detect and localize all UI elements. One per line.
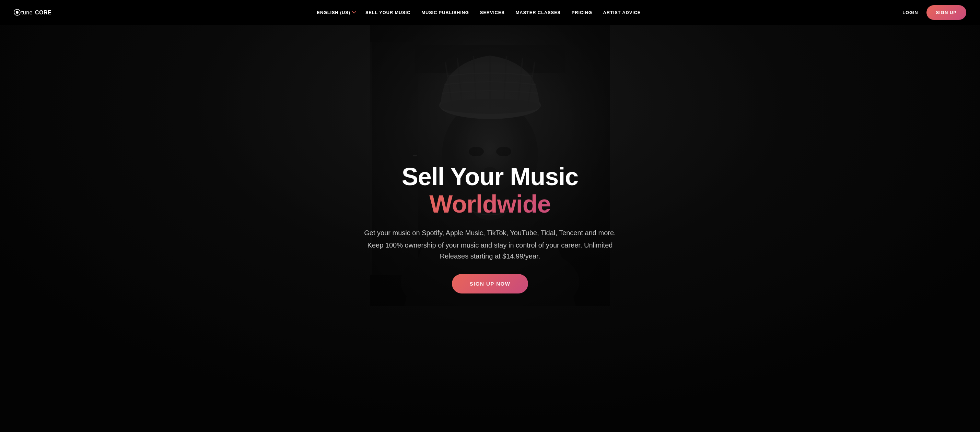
nav-item-sell[interactable]: SELL YOUR MUSIC (366, 9, 410, 16)
nav-item-publishing[interactable]: MUSIC PUBLISHING (422, 9, 469, 16)
nav-link-masterclasses[interactable]: MASTER CLASSES (516, 10, 561, 15)
svg-text:tune: tune (21, 10, 33, 16)
signup-now-button[interactable]: SIGN UP NOW (452, 274, 528, 294)
hero-heading-white: Sell Your Music (402, 163, 579, 190)
logo[interactable]: tune CORE (14, 7, 55, 18)
nav-links: SELL YOUR MUSIC MUSIC PUBLISHING SERVICE… (366, 9, 641, 16)
nav-right: LOGIN SIGN UP (902, 5, 966, 20)
hero-heading-coral: Worldwide (429, 190, 551, 218)
chevron-down-icon (352, 11, 356, 13)
hero-content: Sell Your Music Worldwide Get your music… (336, 163, 644, 293)
hero-subtext: Get your music on Spotify, Apple Music, … (360, 227, 620, 262)
signup-button[interactable]: SIGN UP (926, 5, 966, 20)
nav-item-masterclasses[interactable]: MASTER CLASSES (516, 9, 561, 16)
nav-item-pricing[interactable]: PRICING (572, 9, 592, 16)
logo-area[interactable]: tune CORE (14, 7, 55, 18)
nav-item-artist-advice[interactable]: ARTIST ADVICE (603, 9, 641, 16)
nav-link-artist-advice[interactable]: ARTIST ADVICE (603, 10, 641, 15)
tunecore-logo-icon: tune CORE (14, 7, 55, 18)
nav-link-sell[interactable]: SELL YOUR MUSIC (366, 10, 410, 15)
login-button[interactable]: LOGIN (902, 10, 918, 15)
hero-subtext-line1: Get your music on Spotify, Apple Music, … (360, 227, 620, 238)
language-selector[interactable]: ENGLISH (US) (317, 10, 356, 15)
nav-item-services[interactable]: SERVICES (480, 9, 505, 16)
nav-link-services[interactable]: SERVICES (480, 10, 505, 15)
navbar: tune CORE ENGLISH (US) SELL YOUR MUSIC M… (0, 0, 980, 25)
nav-link-publishing[interactable]: MUSIC PUBLISHING (422, 10, 469, 15)
svg-point-1 (16, 11, 19, 14)
hero-subtext-line2: Keep 100% ownership of your music and st… (360, 240, 620, 262)
svg-text:CORE: CORE (35, 10, 51, 16)
language-label: ENGLISH (US) (317, 10, 350, 15)
hero-heading: Sell Your Music Worldwide (342, 163, 638, 218)
nav-link-pricing[interactable]: PRICING (572, 10, 592, 15)
hero-section: Sell Your Music Worldwide Get your music… (0, 25, 980, 432)
